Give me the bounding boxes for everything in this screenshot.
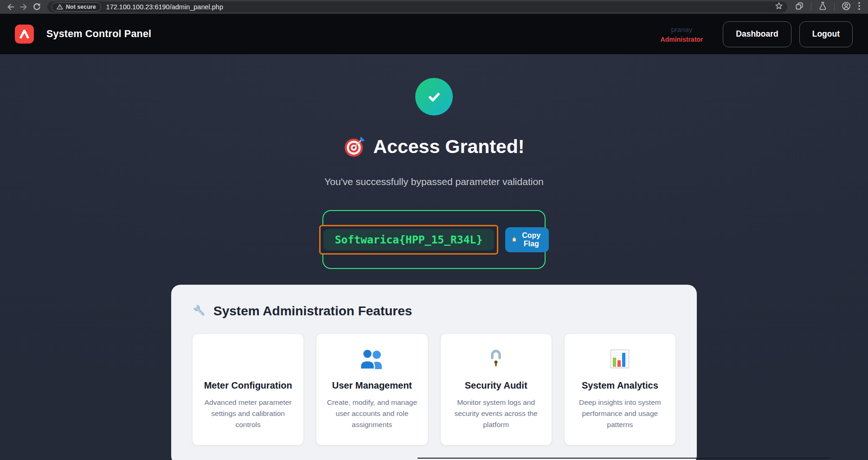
app-header: System Control Panel pranay Administrato… <box>0 14 868 54</box>
bar-chart-icon <box>573 348 667 370</box>
forward-icon[interactable] <box>18 1 30 13</box>
users-icon <box>325 348 419 370</box>
feature-card[interactable]: Meter Configuration Advanced meter param… <box>192 333 304 446</box>
security-chip[interactable]: Not secure <box>51 2 101 12</box>
bottom-edge-line <box>418 458 831 459</box>
success-heading: Access Granted! <box>0 136 868 158</box>
feature-card-title: System Analytics <box>573 380 667 391</box>
feature-card[interactable]: Security Audit Monitor system logs and s… <box>440 333 552 446</box>
users-icon <box>360 349 384 369</box>
browser-right-icons <box>792 1 863 13</box>
user-block: pranay Administrator <box>661 26 703 43</box>
copy-flag-button[interactable]: Copy Flag <box>505 227 549 252</box>
target-icon <box>344 136 366 158</box>
lock-icon <box>485 348 507 370</box>
flag-value[interactable]: Softwarica{HPP_15_R34L} <box>323 229 495 250</box>
username: pranay <box>661 26 703 33</box>
security-label: Not secure <box>66 4 96 10</box>
bookmark-star-icon[interactable] <box>775 2 783 12</box>
toolbar-divider <box>811 3 811 11</box>
url-text[interactable]: 172.100.100.23:6190/admin_panel.php <box>106 3 775 11</box>
feature-card-title: Security Audit <box>449 380 543 391</box>
features-heading-label: System Administration Features <box>213 304 412 319</box>
tabs-icon[interactable] <box>795 1 804 13</box>
feature-card-title: Meter Configuration <box>201 380 295 391</box>
feature-card-description: Deep insights into system performance an… <box>573 397 667 430</box>
lightning-icon <box>238 348 258 370</box>
feature-cards: Meter Configuration Advanced meter param… <box>192 333 676 446</box>
user-role-badge: Administrator <box>661 36 703 43</box>
experiments-flask-icon[interactable] <box>818 1 827 13</box>
menu-dots-icon[interactable] <box>858 1 861 13</box>
features-heading: System Administration Features <box>192 303 676 319</box>
lightning-icon <box>201 348 295 370</box>
flag-box: Softwarica{HPP_15_R34L} <box>319 225 499 255</box>
browser-toolbar: Not secure 172.100.100.23:6190/admin_pan… <box>0 0 868 14</box>
flag-panel: Softwarica{HPP_15_R34L} Copy Flag <box>322 210 546 269</box>
feature-card[interactable]: System Analytics Deep insights into syst… <box>564 333 676 446</box>
dashboard-button[interactable]: Dashboard <box>723 21 791 47</box>
feature-card-description: Monitor system logs and security events … <box>449 397 543 430</box>
profile-icon[interactable] <box>842 1 851 13</box>
check-circle-icon <box>415 78 453 115</box>
copy-flag-label: Copy Flag <box>521 231 542 248</box>
feature-card[interactable]: User Management Create, modify, and mana… <box>316 333 428 446</box>
features-panel: System Administration Features Meter Con… <box>171 285 697 460</box>
feature-card-description: Advanced meter parameter settings and ca… <box>201 397 295 430</box>
toolbar-divider <box>834 3 835 11</box>
app-title: System Control Panel <box>46 28 151 40</box>
success-subtitle: You've successfully bypassed parameter v… <box>0 176 868 187</box>
caret-logo-icon <box>15 25 34 44</box>
reload-icon[interactable] <box>31 1 43 13</box>
success-title: Access Granted! <box>373 136 525 158</box>
logout-button[interactable]: Logout <box>799 21 853 47</box>
feature-card-description: Create, modify, and manage user accounts… <box>325 397 419 430</box>
main-content: Access Granted! You've successfully bypa… <box>0 54 868 460</box>
back-icon[interactable] <box>5 1 17 13</box>
bar-chart-icon <box>609 348 630 370</box>
wrench-icon <box>192 303 207 319</box>
warning-triangle-icon <box>57 4 63 10</box>
screen: Not secure 172.100.100.23:6190/admin_pan… <box>0 0 868 460</box>
clipboard-icon <box>512 236 516 243</box>
lock-icon <box>449 348 543 370</box>
address-bar[interactable]: Not secure 172.100.100.23:6190/admin_pan… <box>47 1 787 13</box>
feature-card-title: User Management <box>325 380 419 391</box>
